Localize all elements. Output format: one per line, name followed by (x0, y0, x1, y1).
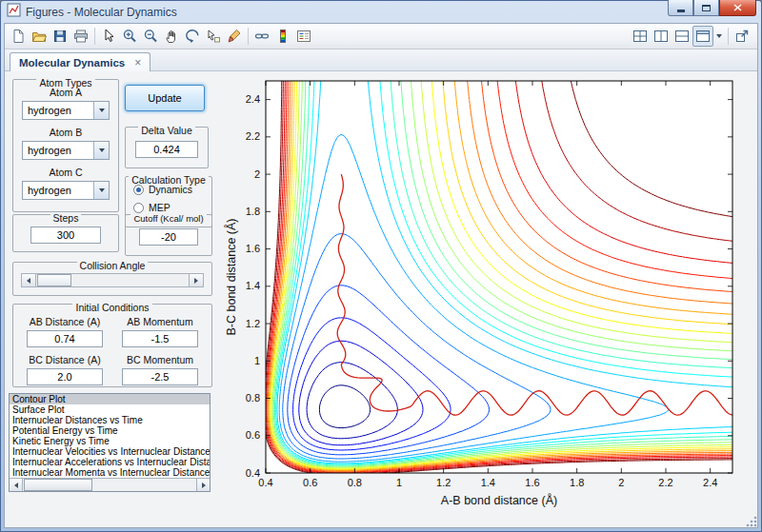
ab-momentum-field[interactable]: -1.5 (122, 330, 198, 347)
initial-conditions-title: Initial Conditions (72, 302, 151, 313)
zoom-out-button[interactable] (140, 26, 161, 47)
figure-content: Atom Types Atom A hydrogen Atom B hydrog… (5, 71, 757, 527)
list-item[interactable]: Potential Energy vs Time (10, 425, 210, 436)
list-item[interactable]: Kinetic Energy vs Time (10, 436, 210, 446)
controls-panel: Atom Types Atom A hydrogen Atom B hydrog… (5, 71, 222, 527)
chevron-down-icon (99, 148, 105, 152)
collision-angle-title: Collision Angle (77, 260, 149, 271)
resize-grip[interactable] (745, 515, 757, 527)
list-item[interactable]: Internuclear Velocities vs Internuclear … (10, 446, 210, 457)
rotate-3d-button[interactable] (182, 26, 203, 47)
cutoff-group: Cutoff (Kcal/ mol) -20 (125, 214, 212, 256)
maximize-button[interactable] (693, 0, 719, 16)
data-cursor-button[interactable] (203, 26, 224, 47)
new-figure-button[interactable] (8, 26, 29, 47)
link-plot-button[interactable] (251, 26, 272, 47)
app-icon (7, 3, 21, 21)
open-file-button[interactable] (29, 26, 50, 47)
y-tick-label: 0.6 (246, 429, 260, 441)
list-item-contour-plot[interactable]: Contour Plot (10, 394, 210, 404)
tile-columns-button[interactable] (651, 26, 672, 47)
pan-button[interactable] (161, 26, 182, 47)
close-icon (733, 4, 742, 11)
list-item[interactable]: Internuclear Momenta vs Internuclear Dis… (10, 467, 210, 478)
tab-molecular-dynamics[interactable]: Molecular Dynamics × (10, 52, 150, 71)
collision-angle-group: Collision Angle (12, 262, 212, 296)
titlebar: Figures - Molecular Dynamics (4, 1, 758, 23)
x-tick-label: 1.4 (481, 477, 495, 488)
radio-selected-icon (133, 185, 144, 195)
data-cursor-icon (206, 29, 221, 44)
minimize-button[interactable] (668, 0, 693, 16)
tab-label: Molecular Dynamics (19, 57, 125, 69)
figure-app: Molecular Dynamics × Atom Types Atom A h… (4, 23, 758, 528)
radio-dynamics[interactable]: Dynamics (133, 184, 211, 195)
brush-button[interactable] (224, 26, 245, 47)
atom-types-group: Atom Types Atom A hydrogen Atom B hydrog… (12, 79, 119, 212)
delta-value-title: Delta Value (138, 125, 195, 136)
y-tick-label: 1.6 (246, 243, 260, 254)
tile-rows-button[interactable] (672, 26, 692, 47)
delta-value-field[interactable]: 0.424 (135, 141, 198, 158)
tab-close-icon[interactable]: × (134, 58, 141, 68)
pointer-tool-button[interactable] (98, 26, 119, 47)
list-item[interactable]: Internuclear Distances vs Time (10, 415, 210, 425)
close-button[interactable] (719, 0, 756, 16)
atom-c-dropdown[interactable]: hydrogen (22, 181, 110, 200)
radio-mep[interactable]: MEP (133, 202, 211, 213)
dropdown-button[interactable] (93, 142, 109, 159)
atom-b-dropdown[interactable]: hydrogen (22, 141, 110, 160)
ab-momentum-label: AB Momentum (116, 316, 204, 327)
arrow-right-icon (202, 483, 206, 488)
update-button[interactable]: Update (125, 85, 205, 111)
slider-right-arrow[interactable] (189, 274, 203, 286)
arrow-right-icon (194, 278, 198, 284)
cutoff-title: Cutoff (Kcal/ mol) (130, 213, 206, 224)
bc-momentum-label: BC Momentum (116, 354, 204, 365)
layout-dropdown-caret[interactable] (716, 34, 722, 38)
save-figure-button[interactable] (50, 26, 70, 47)
dropdown-button[interactable] (93, 182, 109, 199)
bc-distance-label: BC Distance (A) (21, 354, 109, 365)
plot-type-listbox: Contour Plot Surface Plot Internuclear D… (9, 393, 211, 492)
dropdown-button[interactable] (93, 102, 109, 119)
tile-grid-button[interactable] (630, 26, 651, 47)
window-title: Figures - Molecular Dynamics (26, 6, 177, 19)
slider-thumb[interactable] (37, 274, 71, 286)
zoom-in-icon (122, 29, 137, 44)
atom-a-label: Atom A (13, 87, 118, 98)
scrollbar-thumb[interactable] (24, 479, 92, 491)
x-tick-label: 1.8 (570, 477, 584, 488)
undock-icon (734, 29, 750, 44)
radio-unselected-icon (133, 203, 144, 213)
zoom-in-button[interactable] (119, 26, 140, 47)
insert-legend-button[interactable] (293, 26, 314, 47)
bc-momentum-field[interactable]: -2.5 (122, 368, 198, 385)
list-item-surface-plot[interactable]: Surface Plot (10, 404, 210, 415)
collision-angle-slider[interactable] (21, 273, 204, 287)
rotate-3d-icon (185, 29, 200, 44)
ab-distance-field[interactable]: 0.74 (27, 330, 103, 347)
contour-plot: 0.40.60.811.21.41.61.822.22.40.40.60.811… (222, 71, 757, 527)
listbox-horizontal-scrollbar[interactable] (10, 478, 210, 491)
bc-distance-field[interactable]: 2.0 (27, 368, 103, 385)
window-controls (668, 0, 756, 16)
tile-grid-icon (632, 29, 648, 44)
scroll-left-arrow[interactable] (10, 479, 23, 491)
delta-value-group: Delta Value 0.424 (125, 127, 209, 168)
undock-button[interactable] (732, 26, 752, 47)
insert-colorbar-button[interactable] (272, 26, 293, 47)
toolbar-separator (728, 28, 729, 45)
tile-single-button[interactable] (692, 26, 713, 47)
slider-track[interactable] (36, 274, 189, 286)
minimize-icon (677, 10, 685, 12)
atom-a-dropdown[interactable]: hydrogen (22, 101, 110, 120)
cutoff-field[interactable]: -20 (139, 228, 198, 246)
print-figure-button[interactable] (70, 26, 91, 47)
figure-toolbar (5, 24, 757, 49)
list-item[interactable]: Internuclear Accelerations vs Internucle… (10, 457, 210, 467)
slider-left-arrow[interactable] (22, 274, 36, 286)
scroll-right-arrow[interactable] (196, 479, 210, 491)
toolbar-separator (248, 28, 249, 45)
steps-field[interactable]: 300 (30, 227, 101, 244)
